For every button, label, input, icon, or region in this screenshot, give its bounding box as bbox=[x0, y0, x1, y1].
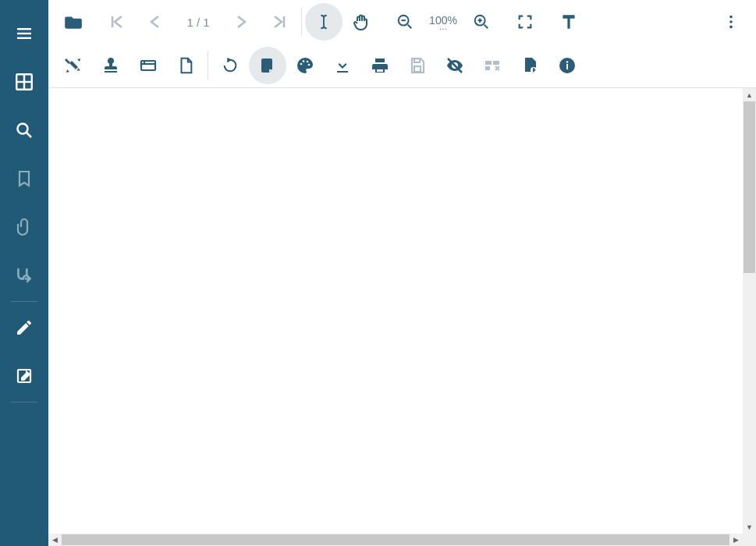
sidebar-bookmarks-button[interactable] bbox=[0, 154, 48, 203]
svg-line-12 bbox=[408, 25, 412, 29]
zoom-level-dropdown[interactable]: 100% … bbox=[424, 15, 463, 30]
grid-icon bbox=[14, 72, 34, 92]
sidebar-divider bbox=[11, 402, 37, 402]
download-icon bbox=[333, 56, 352, 75]
stamp-button[interactable] bbox=[92, 47, 130, 84]
more-vertical-icon bbox=[722, 13, 740, 30]
sidebar bbox=[0, 0, 48, 546]
next-page-button[interactable] bbox=[223, 3, 261, 41]
page-icon bbox=[177, 57, 194, 74]
sidebar-search-button[interactable] bbox=[0, 106, 48, 154]
form-fields-button[interactable] bbox=[130, 47, 167, 84]
zoom-in-icon bbox=[473, 13, 490, 30]
drawing-tools-button[interactable] bbox=[55, 47, 92, 84]
chevron-left-icon bbox=[145, 12, 164, 31]
zoom-out-icon bbox=[396, 13, 413, 30]
document-viewport[interactable]: ▲ ▼ ◀ ▶ bbox=[48, 88, 756, 546]
svg-rect-0 bbox=[17, 28, 31, 30]
print-icon bbox=[371, 56, 389, 75]
first-page-button[interactable] bbox=[98, 3, 136, 41]
theme-button[interactable] bbox=[286, 47, 324, 84]
text-cursor-icon bbox=[315, 13, 332, 30]
palette-icon bbox=[296, 56, 314, 75]
fullscreen-button[interactable] bbox=[506, 3, 544, 41]
vertical-scrollbar[interactable]: ▲ ▼ bbox=[743, 88, 756, 534]
ruler-pencil-icon bbox=[64, 56, 83, 75]
sidebar-reflow-button[interactable] bbox=[0, 251, 48, 300]
page-display-button[interactable] bbox=[249, 47, 286, 84]
svg-point-18 bbox=[729, 16, 733, 19]
svg-rect-1 bbox=[17, 33, 31, 34]
svg-line-15 bbox=[484, 25, 488, 29]
text-tool-button[interactable] bbox=[550, 3, 587, 41]
hand-icon bbox=[352, 12, 371, 31]
download-button[interactable] bbox=[324, 47, 361, 84]
rotate-button[interactable] bbox=[211, 47, 249, 84]
paperclip-icon bbox=[15, 218, 34, 236]
toolbar: 1 / 1 bbox=[48, 0, 756, 88]
select-text-button[interactable] bbox=[305, 3, 343, 41]
toolbar-row-1: 1 / 1 bbox=[48, 0, 756, 44]
svg-point-19 bbox=[729, 20, 733, 23]
scroll-right-arrow-icon[interactable]: ▶ bbox=[729, 534, 743, 546]
text-t-icon bbox=[559, 12, 579, 32]
blank-page-button[interactable] bbox=[167, 47, 204, 84]
search-icon bbox=[15, 121, 34, 140]
save-icon bbox=[408, 56, 427, 75]
last-page-button[interactable] bbox=[261, 3, 298, 41]
prev-page-button[interactable] bbox=[136, 3, 173, 41]
pan-button[interactable] bbox=[343, 3, 380, 41]
rotate-icon bbox=[222, 57, 239, 74]
export-page-button[interactable] bbox=[511, 47, 548, 84]
horizontal-scrollbar[interactable]: ◀ ▶ bbox=[48, 534, 743, 546]
first-page-icon bbox=[108, 12, 126, 31]
svg-rect-33 bbox=[485, 66, 490, 70]
svg-point-27 bbox=[308, 64, 311, 66]
svg-rect-29 bbox=[414, 66, 421, 72]
folder-open-icon bbox=[63, 12, 83, 32]
svg-point-20 bbox=[729, 26, 733, 29]
toolbar-row-2 bbox=[48, 44, 756, 87]
svg-rect-21 bbox=[141, 61, 155, 70]
scroll-track[interactable] bbox=[743, 101, 756, 520]
page-indicator[interactable]: 1 / 1 bbox=[173, 16, 223, 29]
sidebar-annotate-button[interactable] bbox=[0, 352, 48, 400]
scroll-track[interactable] bbox=[62, 534, 729, 546]
scrollbar-corner bbox=[743, 534, 756, 546]
main-area: 1 / 1 bbox=[48, 0, 756, 546]
bookmark-icon bbox=[15, 169, 34, 188]
page-export-icon bbox=[520, 56, 539, 75]
redact-button[interactable] bbox=[474, 47, 511, 84]
print-button[interactable] bbox=[361, 47, 399, 84]
more-menu-button[interactable] bbox=[712, 3, 750, 41]
svg-line-7 bbox=[27, 133, 31, 137]
sidebar-thumbnails-button[interactable] bbox=[0, 58, 48, 106]
zoom-in-button[interactable] bbox=[463, 3, 500, 41]
page-display-icon bbox=[258, 56, 277, 75]
svg-rect-36 bbox=[566, 64, 568, 69]
svg-rect-32 bbox=[493, 61, 499, 65]
hide-annotations-button[interactable] bbox=[436, 47, 474, 84]
toolbar-separator bbox=[208, 51, 208, 80]
info-button[interactable] bbox=[548, 47, 586, 84]
visibility-off-icon bbox=[445, 56, 464, 75]
scroll-left-arrow-icon[interactable]: ◀ bbox=[48, 534, 62, 546]
redact-icon bbox=[483, 56, 502, 75]
open-file-button[interactable] bbox=[55, 3, 92, 41]
scroll-thumb[interactable] bbox=[62, 534, 729, 545]
svg-point-6 bbox=[18, 124, 28, 134]
svg-point-25 bbox=[303, 60, 305, 62]
scroll-up-arrow-icon[interactable]: ▲ bbox=[743, 88, 756, 101]
svg-point-24 bbox=[300, 63, 303, 66]
sidebar-edit-button[interactable] bbox=[0, 303, 48, 352]
sidebar-attachments-button[interactable] bbox=[0, 203, 48, 251]
scroll-thumb[interactable] bbox=[744, 101, 755, 273]
menu-icon bbox=[15, 24, 34, 43]
fullscreen-icon bbox=[516, 13, 534, 30]
info-icon bbox=[558, 56, 577, 75]
svg-rect-31 bbox=[485, 61, 492, 65]
zoom-out-button[interactable] bbox=[386, 3, 424, 41]
save-button[interactable] bbox=[399, 47, 436, 84]
scroll-down-arrow-icon[interactable]: ▼ bbox=[743, 520, 756, 534]
sidebar-menu-button[interactable] bbox=[0, 9, 48, 58]
